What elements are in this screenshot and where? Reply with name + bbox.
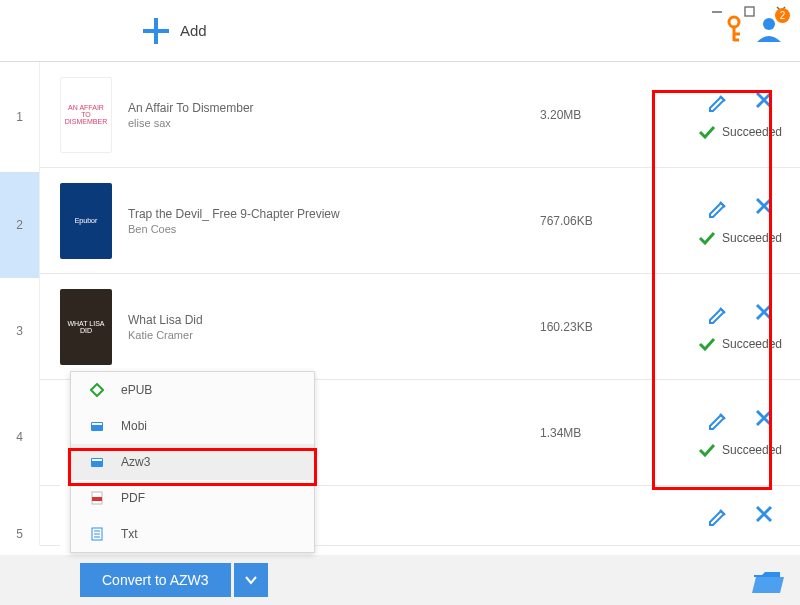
book-title: An Affair To Dismember (128, 101, 540, 115)
book-size: 160.23KB (540, 320, 680, 334)
book-title: Trap the Devil_ Free 9-Chapter Preview (128, 207, 540, 221)
row-index: 1 (0, 62, 40, 172)
book-cover: WHAT LISA DID (60, 289, 112, 365)
book-size: 1.34MB (540, 426, 680, 440)
notification-badge: 2 (775, 8, 790, 23)
add-label: Add (180, 22, 207, 39)
list-item[interactable]: WHAT LISA DID What Lisa Did Katie Cramer… (40, 274, 800, 380)
edit-icon[interactable] (707, 91, 729, 113)
book-cover: Epubor (60, 183, 112, 259)
user-icon[interactable]: 2 (754, 14, 784, 44)
book-author: elise sax (128, 117, 540, 129)
book-size: 3.20MB (540, 108, 680, 122)
book-cover: AN AFFAIR TO DISMEMBER (60, 77, 112, 153)
toolbar: Add 2 (0, 0, 800, 62)
status-badge: Succeeded (698, 125, 782, 139)
status-badge: Succeeded (698, 443, 782, 457)
convert-button[interactable]: Convert to AZW3 (80, 563, 268, 597)
svg-rect-32 (92, 497, 102, 501)
edit-icon[interactable] (707, 303, 729, 325)
convert-dropdown-toggle[interactable] (234, 563, 268, 597)
edit-icon[interactable] (707, 505, 729, 527)
chevron-down-icon (244, 575, 258, 585)
footer: Convert to AZW3 (0, 555, 800, 605)
txt-icon (89, 526, 105, 542)
status-badge: Succeeded (698, 231, 782, 245)
edit-icon[interactable] (707, 197, 729, 219)
svg-marker-26 (91, 384, 103, 396)
remove-icon[interactable] (755, 197, 773, 219)
book-title: What Lisa Did (128, 313, 540, 327)
book-meta: An Affair To Dismember elise sax (128, 101, 540, 129)
status-badge: Succeeded (698, 337, 782, 351)
format-menu: ePUB Mobi Azw3 PDF Txt (70, 371, 315, 553)
book-meta: What Lisa Did Katie Cramer (128, 313, 540, 341)
azw3-icon (89, 454, 105, 470)
format-option-azw3[interactable]: Azw3 (71, 444, 314, 480)
check-icon (698, 231, 716, 245)
row-index: 2 (0, 172, 40, 278)
row-index: 3 (0, 278, 40, 384)
pdf-icon (89, 490, 105, 506)
svg-rect-30 (92, 459, 102, 461)
remove-icon[interactable] (755, 409, 773, 431)
book-size: 767.06KB (540, 214, 680, 228)
list-item[interactable]: AN AFFAIR TO DISMEMBER An Affair To Dism… (40, 62, 800, 168)
mobi-icon (89, 418, 105, 434)
book-author: Ben Coes (128, 223, 540, 235)
check-icon (698, 125, 716, 139)
list-item[interactable]: Epubor Trap the Devil_ Free 9-Chapter Pr… (40, 168, 800, 274)
epub-icon (89, 382, 105, 398)
remove-icon[interactable] (755, 91, 773, 113)
format-option-mobi[interactable]: Mobi (71, 408, 314, 444)
row-index-column: 1 2 3 4 5 (0, 62, 40, 555)
remove-icon[interactable] (755, 505, 773, 527)
plus-icon (140, 15, 172, 47)
format-option-pdf[interactable]: PDF (71, 480, 314, 516)
remove-icon[interactable] (755, 303, 773, 325)
book-meta: Trap the Devil_ Free 9-Chapter Preview B… (128, 207, 540, 235)
edit-icon[interactable] (707, 409, 729, 431)
svg-rect-28 (92, 423, 102, 425)
row-index: 4 (0, 384, 40, 490)
key-icon[interactable] (722, 14, 746, 44)
convert-label: Convert to AZW3 (80, 563, 231, 597)
open-folder-button[interactable] (752, 569, 784, 595)
check-icon (698, 443, 716, 457)
add-button[interactable]: Add (140, 15, 207, 47)
row-index: 5 (0, 490, 40, 545)
svg-point-6 (729, 17, 739, 27)
format-option-epub[interactable]: ePUB (71, 372, 314, 408)
svg-point-10 (763, 18, 775, 30)
book-author: Katie Cramer (128, 329, 540, 341)
format-option-txt[interactable]: Txt (71, 516, 314, 552)
folder-icon (752, 569, 784, 595)
check-icon (698, 337, 716, 351)
